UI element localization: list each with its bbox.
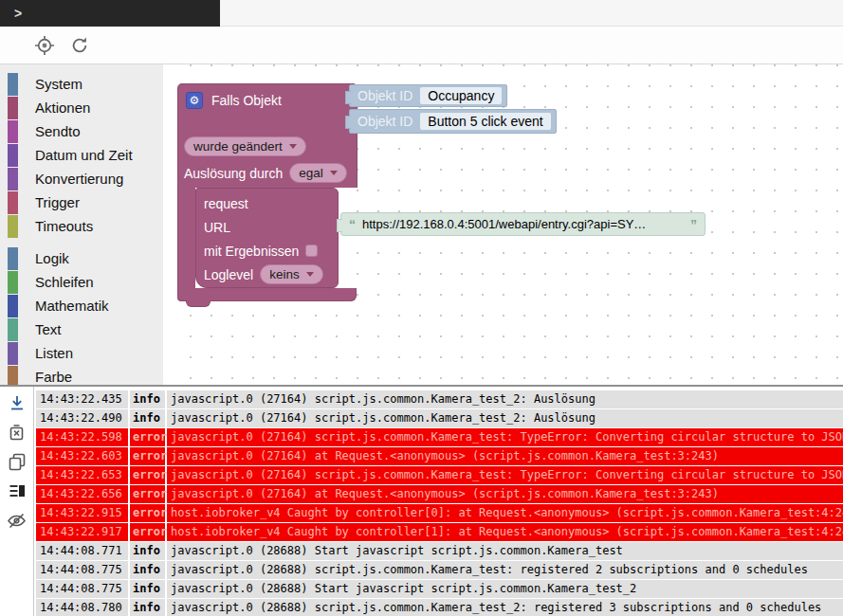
url-label: URL — [204, 220, 230, 235]
category-label: Listen — [35, 345, 73, 361]
blockly-canvas[interactable]: ⚙ Falls Objekt wurde geändert Auslösung … — [173, 64, 843, 385]
loglevel-dropdown[interactable]: keins — [260, 264, 323, 284]
log-row[interactable]: 14:44:08.780infojavascript.0 (28688) scr… — [36, 599, 843, 616]
category-label: Mathematik — [35, 298, 109, 314]
category-label: Trigger — [35, 194, 80, 210]
toolbox-category-aktionen[interactable]: Aktionen — [0, 96, 163, 119]
trigger-block[interactable]: ⚙ Falls Objekt wurde geändert Auslösung … — [177, 83, 357, 188]
log-row[interactable]: 14:43:22.653errorjavascript.0 (27164) sc… — [36, 466, 843, 484]
toolbox-category-konvertierung[interactable]: Konvertierung — [0, 167, 163, 190]
change-type-dropdown[interactable]: wurde geändert — [184, 136, 306, 156]
trigger-block-spine — [177, 188, 195, 288]
log-severity-cell: info — [130, 561, 165, 579]
log-time-cell: 14:43:22.917 — [36, 523, 128, 541]
trigger-by-value: egal — [299, 166, 323, 180]
category-label: Datum und Zeit — [35, 147, 133, 163]
request-block-title: request — [204, 196, 248, 211]
toolbox-category-timeouts[interactable]: Timeouts — [0, 214, 163, 238]
log-row[interactable]: 14:44:08.775infojavascript.0 (28688) scr… — [36, 561, 843, 579]
with-results-checkbox[interactable] — [305, 245, 318, 257]
log-row[interactable]: 14:44:08.775infojavascript.0 (28688) Sta… — [36, 580, 843, 598]
log-time-cell: 14:44:08.775 — [36, 561, 128, 579]
object-id-label: Objekt ID — [357, 88, 412, 103]
log-message-cell: javascript.0 (27164) script.js.common.Ka… — [167, 428, 843, 446]
expand-chevron-icon[interactable]: > — [14, 6, 22, 21]
object-id-block[interactable]: Objekt ID Occupancy — [349, 84, 507, 107]
category-color-strip — [8, 271, 18, 294]
log-time-cell: 14:44:08.780 — [36, 599, 128, 616]
log-severity-cell: error — [130, 428, 165, 446]
object-id-field[interactable]: Button 5 click event — [420, 113, 550, 130]
chevron-down-icon — [289, 144, 297, 149]
trigger-block-title: Falls Objekt — [211, 93, 282, 108]
editor-header: > — [0, 0, 220, 27]
trigger-block-header: ⚙ Falls Objekt — [186, 92, 282, 109]
open-quote-icon: “ — [349, 217, 356, 232]
object-id-field[interactable]: Occupancy — [420, 87, 502, 104]
category-label: Logik — [35, 250, 69, 266]
copy-log-icon[interactable] — [8, 452, 27, 471]
close-quote-icon: ” — [690, 217, 697, 232]
request-block[interactable]: request URL mit Ergebnissen Loglevel kei… — [195, 188, 339, 288]
log-time-cell: 14:44:08.771 — [36, 542, 128, 560]
scroll-to-bottom-icon[interactable] — [8, 394, 27, 413]
trigger-by-dropdown[interactable]: egal — [289, 163, 347, 183]
log-severity-cell: info — [130, 580, 165, 598]
toolbox-category-mathematik[interactable]: Mathematik — [0, 294, 163, 317]
toolbox-category-trigger[interactable]: Trigger — [0, 190, 163, 214]
toolbox-category-datum-und-zeit[interactable]: Datum und Zeit — [0, 143, 163, 167]
refresh-icon[interactable] — [70, 36, 89, 55]
log-severity-cell: info — [130, 542, 165, 560]
log-time-cell: 14:43:22.435 — [36, 390, 128, 408]
category-color-strip — [8, 215, 18, 238]
log-time-cell: 14:43:22.915 — [36, 504, 128, 522]
category-label: Sendto — [35, 123, 81, 139]
toolbox-category-logik[interactable]: Logik — [0, 246, 163, 270]
log-row[interactable]: 14:43:22.598errorjavascript.0 (27164) sc… — [36, 428, 843, 446]
toolbox-category-system[interactable]: System — [0, 72, 163, 96]
blockly-toolbar — [0, 27, 843, 64]
log-severity-cell: info — [130, 409, 165, 427]
log-message-cell: javascript.0 (28688) Start javascript sc… — [167, 542, 843, 560]
log-message-cell: javascript.0 (27164) script.js.common.Ka… — [167, 466, 843, 484]
log-row[interactable]: 14:43:22.656errorjavascript.0 (27164) at… — [36, 485, 843, 503]
log-message-cell: javascript.0 (28688) script.js.common.Ka… — [167, 599, 843, 616]
gear-icon[interactable]: ⚙ — [186, 92, 203, 109]
with-results-label: mit Ergebnissen — [204, 244, 299, 259]
log-time-cell: 14:43:22.603 — [36, 447, 128, 465]
toolbox-category-listen[interactable]: Listen — [0, 341, 163, 365]
log-row[interactable]: 14:44:08.771infojavascript.0 (28688) Sta… — [36, 542, 843, 560]
url-string-field[interactable]: https://192.168.0.4:5001/webapi/entry.cg… — [362, 217, 684, 231]
category-color-strip — [8, 318, 18, 341]
clear-log-icon[interactable] — [8, 424, 26, 442]
hide-log-icon[interactable] — [7, 511, 27, 531]
log-time-cell: 14:43:22.598 — [36, 428, 128, 446]
object-id-block[interactable]: Objekt ID Button 5 click event — [349, 109, 557, 134]
object-id-label: Objekt ID — [357, 114, 412, 129]
toolbox-category-text[interactable]: Text — [0, 317, 163, 341]
url-string-block[interactable]: “ https://192.168.0.4:5001/webapi/entry.… — [340, 212, 706, 236]
log-severity-cell: error — [130, 523, 165, 541]
log-row[interactable]: 14:43:22.435infojavascript.0 (27164) scr… — [36, 390, 843, 408]
center-blocks-icon[interactable] — [34, 35, 55, 56]
log-row[interactable]: 14:43:22.603errorjavascript.0 (27164) at… — [36, 447, 843, 465]
toolbox-category-schleifen[interactable]: Schleifen — [0, 270, 163, 294]
trigger-block-next-connector — [186, 300, 211, 307]
log-row[interactable]: 14:43:22.915errorhost.iobroker_v4 Caught… — [36, 504, 843, 522]
category-label: Konvertierung — [35, 171, 123, 187]
log-time-cell: 14:43:22.490 — [36, 409, 128, 427]
category-label: Aktionen — [35, 100, 90, 116]
category-label: Farbe — [35, 369, 72, 385]
log-row[interactable]: 14:43:22.490infojavascript.0 (27164) scr… — [36, 409, 843, 427]
category-color-strip — [8, 73, 18, 96]
log-severity-cell: error — [130, 485, 165, 503]
toolbox-category-sendto[interactable]: Sendto — [0, 119, 163, 143]
category-color-strip — [8, 120, 18, 143]
log-row[interactable]: 14:43:22.917errorhost.iobroker_v4 Caught… — [36, 523, 843, 541]
category-color-strip — [8, 247, 18, 270]
log-layout-icon[interactable] — [8, 481, 27, 500]
loglevel-label: Loglevel — [204, 267, 253, 282]
category-color-strip — [8, 144, 18, 167]
chevron-down-icon — [330, 171, 338, 175]
log-severity-cell: error — [130, 447, 165, 465]
